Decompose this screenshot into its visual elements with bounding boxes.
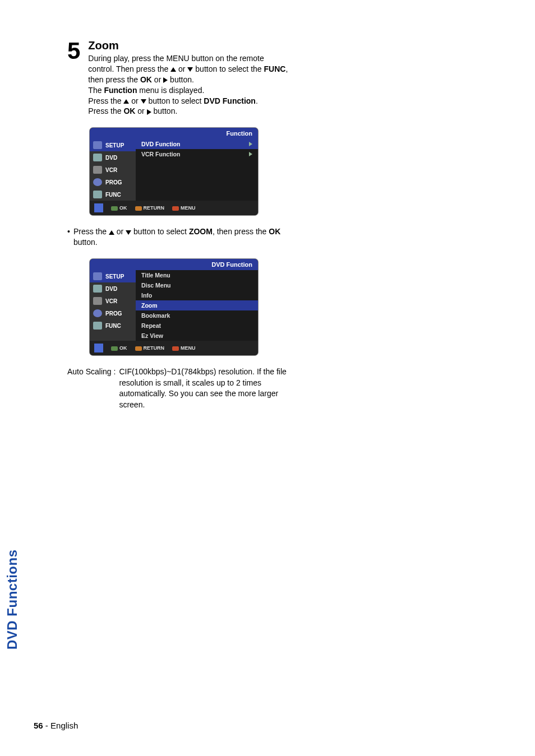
vcr-icon: [93, 297, 102, 305]
ok-icon: [111, 206, 118, 211]
text: .: [256, 96, 258, 105]
func-icon: [93, 322, 102, 330]
osd-row-label: Info: [141, 292, 152, 299]
text: or: [152, 75, 163, 84]
sidebar-label: DVD: [105, 155, 117, 161]
sidebar-item-prog: PROG: [90, 307, 136, 319]
text: RETURN: [144, 205, 165, 211]
dvd-function-label: DVD Function: [204, 96, 256, 105]
footer-return: RETURN: [135, 345, 165, 351]
down-arrow-icon: [187, 67, 193, 72]
osd-row-label: Disc Menu: [141, 282, 171, 289]
step-paragraph-2: The Function menu is displayed.: [88, 85, 292, 96]
text: button.: [151, 106, 178, 115]
chevron-right-icon: [249, 152, 252, 156]
osd-body: SETUP DVD VCR PROG FUNC DVD Function VCR…: [90, 139, 258, 201]
text: MENU: [181, 205, 196, 211]
sidebar-item-func: FUNC: [90, 319, 136, 332]
sidebar-item-vcr: VCR: [90, 295, 136, 307]
osd-row-label: Repeat: [141, 322, 161, 329]
func-label: FUNC: [264, 64, 286, 73]
osd-main: Title Menu Disc Menu Info Zoom Bookmark …: [136, 270, 258, 341]
osd-row: Title Menu: [136, 270, 258, 280]
chevron-right-icon: [249, 142, 252, 146]
sidebar-label: VCR: [105, 298, 117, 304]
step-5: 5 Zoom During play, press the MENU butto…: [67, 39, 292, 117]
text: button.: [73, 238, 98, 247]
sidebar-label: FUNC: [105, 323, 121, 329]
auto-scaling-label: Auto Scaling :: [67, 367, 116, 410]
osd-row-label: Ez View: [141, 332, 163, 339]
bullet-instruction: • Press the or button to select ZOOM, th…: [67, 226, 292, 248]
page: 5 Zoom During play, press the MENU butto…: [0, 0, 535, 756]
sidebar-label: FUNC: [105, 192, 121, 198]
osd-row-label: VCR Function: [141, 151, 180, 157]
osd-row-vcr-function: VCR Function: [136, 149, 258, 159]
down-arrow-icon: [141, 99, 146, 104]
text: or: [176, 64, 187, 73]
dpad-icon: [94, 344, 103, 353]
menu-icon: [172, 346, 179, 351]
osd-function-menu: Function SETUP DVD VCR PROG FUNC DVD Fun…: [90, 128, 258, 215]
osd-footer: OK RETURN MENU: [90, 341, 258, 355]
text: button to select the: [193, 64, 264, 73]
dash: -: [45, 721, 48, 730]
setup-icon: [93, 141, 102, 149]
osd-row: Repeat: [136, 321, 258, 331]
auto-scaling-body: CIF(100kbps)~D1(784kbps) resolution. If …: [119, 367, 292, 410]
osd-sidebar: SETUP DVD VCR PROG FUNC: [90, 139, 136, 201]
step-number: 5: [67, 39, 80, 63]
sidebar-label: DVD: [105, 286, 117, 292]
osd-row-label: Title Menu: [141, 272, 170, 279]
osd-footer: OK RETURN MENU: [90, 201, 258, 215]
text: OK: [119, 205, 127, 211]
text: Press the: [88, 96, 123, 105]
sidebar-item-prog: PROG: [90, 176, 136, 188]
page-footer: 56 - English: [34, 721, 78, 730]
setup-icon: [93, 272, 102, 280]
step-paragraph-1: During play, press the MENU button on th…: [88, 53, 292, 85]
dvd-icon: [93, 285, 102, 293]
text: or: [135, 106, 146, 115]
sidebar-item-setup: SETUP: [90, 139, 136, 151]
sidebar-item-dvd: DVD: [90, 282, 136, 295]
step-title: Zoom: [88, 39, 292, 52]
sidebar-label: PROG: [105, 179, 122, 185]
ok-label: OK: [123, 106, 135, 115]
text: MENU: [181, 345, 196, 351]
text: Press the: [73, 227, 109, 236]
auto-scaling-note: Auto Scaling : CIF(100kbps)~D1(784kbps) …: [67, 367, 292, 410]
osd-row-label: Zoom: [141, 302, 158, 309]
dvd-icon: [93, 154, 102, 161]
page-number: 56: [34, 721, 43, 730]
sidebar-label: VCR: [105, 167, 117, 173]
text: button to select: [131, 227, 189, 236]
menu-icon: [172, 206, 179, 211]
up-arrow-icon: [123, 99, 129, 104]
up-arrow-icon: [170, 67, 176, 72]
text: menu is displayed.: [137, 86, 204, 95]
sidebar-item-setup: SETUP: [90, 270, 136, 282]
osd-body: SETUP DVD VCR PROG FUNC Title Menu Disc …: [90, 270, 258, 341]
osd-title: DVD Function: [90, 259, 258, 270]
text: button to select: [146, 96, 204, 105]
sidebar-item-dvd: DVD: [90, 151, 136, 164]
section-tab: DVD Functions: [4, 550, 20, 650]
prog-icon: [93, 309, 102, 317]
footer-ok: OK: [111, 345, 127, 351]
func-icon: [93, 191, 102, 198]
prog-icon: [93, 178, 102, 186]
up-arrow-icon: [109, 230, 114, 235]
osd-row-label: DVD Function: [141, 141, 180, 147]
down-arrow-icon: [126, 230, 131, 235]
ok-label: OK: [269, 227, 280, 236]
footer-menu: MENU: [172, 205, 196, 211]
osd-row: Info: [136, 290, 258, 300]
zoom-label: ZOOM: [189, 227, 213, 236]
step-paragraph-3: Press the or button to select DVD Functi…: [88, 96, 292, 106]
language: English: [50, 721, 78, 730]
footer-menu: MENU: [172, 345, 196, 351]
osd-row: Ez View: [136, 331, 258, 341]
bullet-dot: •: [67, 226, 70, 248]
text: or: [114, 227, 126, 236]
